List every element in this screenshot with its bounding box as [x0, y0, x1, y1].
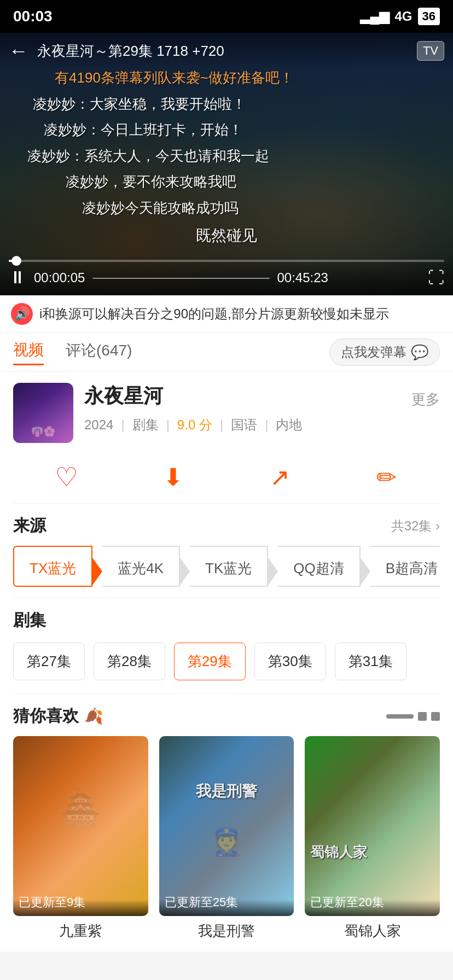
progress-thumb[interactable] — [11, 256, 21, 266]
source-btn-qq[interactable]: QQ超清 — [278, 546, 360, 587]
episode-31[interactable]: 第31集 — [335, 643, 406, 680]
recommend-tag-3: 已更新至20集 — [310, 895, 384, 909]
pagination — [386, 712, 440, 721]
source-item-tk[interactable]: 32 TK蓝光 — [190, 546, 268, 587]
danmaku-btn-label: 点我发弹幕 — [341, 343, 406, 361]
notice-icon: 🔊 — [11, 303, 33, 325]
source-item-b[interactable]: 32 B超高清 — [370, 546, 440, 587]
episode-header: 剧集 — [13, 609, 440, 632]
video-header: ← 永夜星河～第29集 1718 +720 TV — [0, 33, 453, 69]
like-button[interactable]: ♡ — [51, 462, 82, 492]
sep4: | — [265, 417, 268, 433]
episode-29[interactable]: 第29集 — [174, 643, 246, 680]
recommend-card-1[interactable]: 已更新至9集 🏯 九重紫 — [13, 736, 148, 941]
sep1: | — [121, 417, 124, 433]
recommend-name-3: 蜀锦人家 — [305, 921, 440, 941]
source-title: 来源 — [13, 515, 46, 537]
source-arrow-3 — [268, 558, 278, 585]
source-header: 来源 共32集 › — [13, 515, 440, 537]
recommend-card-3[interactable]: 已更新至20集 蜀锦人家 蜀锦人家 — [305, 736, 440, 941]
show-year: 2024 — [84, 417, 113, 433]
source-btn-b[interactable]: B超高清 — [370, 546, 440, 587]
flame-icon: 🍂 — [84, 707, 103, 725]
show-meta: 永夜星河 更多 2024 | 剧集 | 9.0 分 | 国语 | 内地 — [84, 383, 440, 434]
chevron-right-icon: › — [435, 518, 440, 533]
source-list: 32 TX蓝光 32 蓝光4K 32 TK蓝光 34 QQ超清 32 B超高清 — [13, 546, 440, 587]
network-type: 4G — [395, 9, 413, 24]
edit-button[interactable]: ✏ — [371, 462, 402, 492]
video-player[interactable]: ← 永夜星河～第29集 1718 +720 TV 有4190条弹幕列队来袭~做好… — [0, 33, 453, 295]
episode-30[interactable]: 第30集 — [254, 643, 326, 680]
danmaku-icon: 💬 — [411, 344, 428, 361]
share-button[interactable]: ↗ — [265, 462, 295, 492]
notice-text: i和换源可以解决百分之90的问题,部分片源更新较慢如未显示 — [39, 305, 389, 323]
source-item-qq[interactable]: 34 QQ超清 — [278, 546, 360, 587]
show-type: 剧集 — [132, 416, 159, 434]
episode-28[interactable]: 第28集 — [94, 643, 165, 680]
source-arrow-2 — [180, 558, 190, 585]
show-more-button[interactable]: 更多 — [411, 390, 440, 409]
source-arrow-1 — [92, 558, 102, 585]
recommend-grid: 已更新至9集 🏯 九重紫 已更新至25集 我是刑警 👮 我是刑警 — [13, 736, 440, 941]
source-section: 来源 共32集 › 32 TX蓝光 32 蓝光4K 32 TK蓝光 — [13, 504, 440, 598]
danmaku-button[interactable]: 点我发弹幕 💬 — [329, 339, 440, 366]
recommend-thumb-1: 已更新至9集 🏯 — [13, 736, 148, 916]
recommend-tag-2: 已更新至25集 — [165, 895, 238, 909]
source-btn-tx[interactable]: TX蓝光 — [13, 546, 92, 587]
show-details: 2024 | 剧集 | 9.0 分 | 国语 | 内地 — [84, 416, 440, 434]
status-time: 00:03 — [13, 8, 53, 25]
thumb-watermark-3: 蜀锦人家 — [310, 843, 367, 862]
thumb-icon-2: 👮 — [210, 826, 243, 858]
signal-icon: ▂▄▆ — [360, 9, 389, 24]
episode-title: 剧集 — [13, 609, 46, 632]
episode-27[interactable]: 第27集 — [13, 643, 85, 680]
heart-icon: ♡ — [51, 462, 82, 492]
tab-comments[interactable]: 评论(647) — [66, 340, 132, 364]
recommend-card-2[interactable]: 已更新至25集 我是刑警 👮 我是刑警 — [159, 736, 294, 941]
subtitle: 既然碰见 — [0, 225, 453, 246]
show-name-row: 永夜星河 更多 — [84, 383, 440, 416]
content-area: 👘🌸 永夜星河 更多 2024 | 剧集 | 9.0 分 | 国语 | 内地 — [0, 372, 453, 952]
time-separator: ─────────────────── — [92, 270, 269, 285]
episode-section: 剧集 第27集 第28集 第29集 第30集 第31集 — [13, 598, 440, 694]
recommend-thumb-3: 已更新至20集 蜀锦人家 — [305, 736, 440, 916]
source-btn-tk[interactable]: TK蓝光 — [190, 546, 268, 587]
progress-bar[interactable] — [9, 260, 444, 262]
play-pause-button[interactable]: ⏸ — [9, 267, 26, 288]
source-item-4k[interactable]: 32 蓝光4K — [102, 546, 180, 587]
sep3: | — [220, 417, 223, 433]
battery-indicator: 36 — [418, 8, 440, 25]
source-btn-4k[interactable]: 蓝光4K — [102, 546, 180, 587]
status-right: ▂▄▆ 4G 36 — [360, 8, 440, 25]
show-region: 内地 — [276, 416, 302, 434]
show-title: 永夜星河 — [84, 383, 163, 410]
fullscreen-button[interactable]: ⛶ — [428, 269, 444, 287]
video-title: 永夜星河～第29集 1718 +720 — [37, 42, 417, 61]
recommend-thumb-2: 已更新至25集 我是刑警 👮 — [159, 736, 294, 916]
tab-video[interactable]: 视频 — [13, 340, 44, 365]
episode-list: 第27集 第28集 第29集 第30集 第31集 — [13, 640, 440, 682]
notice-bar: 🔊 i和换源可以解决百分之90的问题,部分片源更新较慢如未显示 — [0, 295, 453, 333]
source-total: 共32集 › — [391, 517, 440, 535]
share-icon: ↗ — [265, 462, 295, 492]
action-row: ♡ ⬇ ↗ ✏ — [13, 456, 440, 504]
recommend-name-1: 九重紫 — [13, 921, 148, 941]
recommend-section: 猜你喜欢 🍂 已更新至9集 🏯 九重紫 — [13, 694, 440, 941]
recommend-title: 猜你喜欢 🍂 — [13, 705, 103, 727]
thumb-watermark-1: 🏯 — [60, 790, 101, 829]
progress-fill — [9, 260, 16, 262]
tv-button[interactable]: TV — [417, 41, 444, 61]
recommend-tag-1: 已更新至9集 — [19, 895, 85, 909]
dot-1 — [386, 714, 414, 719]
source-arrow-4 — [361, 558, 370, 585]
tab-bar: 视频 评论(647) 点我发弹幕 💬 — [0, 333, 453, 372]
total-time: 00:45:23 — [277, 270, 328, 285]
back-button[interactable]: ← — [9, 39, 28, 62]
source-item-tx[interactable]: 32 TX蓝光 — [13, 546, 92, 587]
download-icon: ⬇ — [158, 462, 189, 492]
thumb-overlay-2: 已更新至25集 — [159, 889, 294, 916]
download-button[interactable]: ⬇ — [158, 462, 189, 492]
thumb-overlay-3: 已更新至20集 — [305, 889, 440, 916]
recommend-header: 猜你喜欢 🍂 — [13, 705, 440, 727]
current-time: 00:00:05 — [34, 270, 85, 285]
